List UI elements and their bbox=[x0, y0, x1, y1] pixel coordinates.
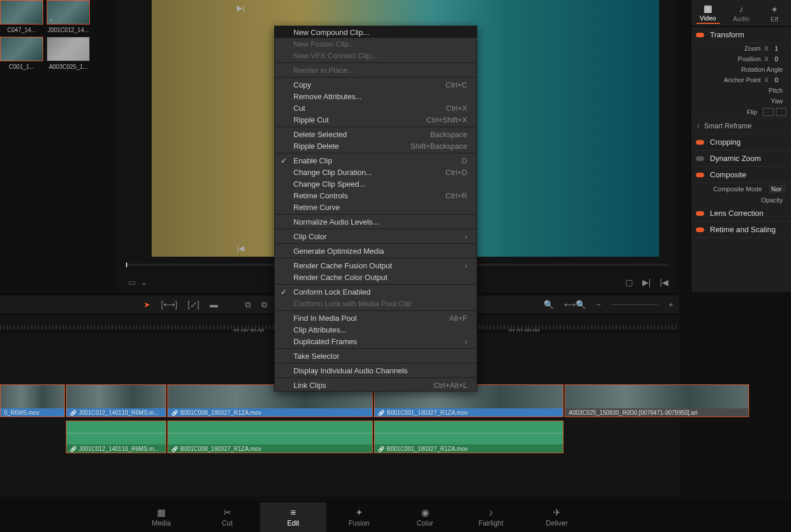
menu-item[interactable]: Change Clip Speed... bbox=[275, 178, 477, 190]
inspector-section[interactable]: Cropping bbox=[691, 134, 791, 150]
inspector-tab-eff[interactable]: ✦Eff bbox=[758, 0, 791, 26]
param-value[interactable]: 0 bbox=[775, 76, 786, 83]
inspector-row: ZoomX1 bbox=[691, 43, 791, 54]
prev-clip-icon[interactable]: |◀ bbox=[237, 244, 244, 253]
tab-icon: ♪ bbox=[739, 4, 744, 15]
menu-item[interactable]: Delete SelectedBackspace bbox=[275, 128, 477, 140]
toggle-icon[interactable] bbox=[696, 140, 704, 145]
trim-tool-icon[interactable]: [⟷] bbox=[161, 300, 177, 309]
video-clip[interactable]: J001C012_140110_R6MS.m... bbox=[66, 384, 166, 417]
blade-tool-icon[interactable]: ▬ bbox=[210, 300, 218, 309]
selection-tool-icon[interactable]: ➤ bbox=[144, 300, 150, 309]
clip-name: B001C008_180327_R1ZA.mov bbox=[180, 446, 261, 452]
inspector-section[interactable]: Dynamic Zoom bbox=[691, 150, 791, 167]
menu-item[interactable]: CopyCtrl+C bbox=[275, 79, 477, 90]
page-tab-media[interactable]: ▦Media bbox=[128, 502, 194, 532]
menu-item[interactable]: Clip Attributes... bbox=[275, 324, 477, 335]
media-thumb[interactable]: A003C025_1... bbox=[47, 37, 90, 70]
menu-item[interactable]: Change Clip Duration...Ctrl+D bbox=[275, 166, 477, 178]
menu-item[interactable]: CutCtrl+X bbox=[275, 102, 477, 114]
inspector: ▦Video♪Audio✦Eff TransformZoomX1Position… bbox=[691, 0, 791, 292]
menu-item[interactable]: ✓Conform Lock Enabled bbox=[275, 286, 477, 298]
menu-item[interactable]: Take Selector bbox=[275, 350, 477, 362]
media-thumb-label: C001_1... bbox=[0, 64, 43, 70]
zoom-in-icon[interactable]: + bbox=[668, 300, 673, 309]
audio-clip[interactable]: J001C012_140110_R6MS.m... bbox=[66, 421, 166, 453]
page-icon: ≡ bbox=[290, 508, 296, 518]
overwrite-icon[interactable]: ⧉ bbox=[261, 300, 267, 310]
menu-item[interactable]: ✓Enable ClipD bbox=[275, 155, 477, 166]
param-value[interactable]: Nor bbox=[769, 185, 786, 193]
zoom-out-icon[interactable]: − bbox=[596, 300, 601, 309]
playhead-icon[interactable] bbox=[126, 262, 127, 267]
menu-item[interactable]: Render Cache Fusion Output› bbox=[275, 260, 477, 271]
inspector-section[interactable]: Lens Correction bbox=[691, 205, 791, 222]
zoom-search-icon[interactable]: 🔍 bbox=[544, 300, 554, 309]
inspector-section[interactable]: Composite bbox=[691, 167, 791, 183]
flip-v-icon[interactable] bbox=[776, 108, 786, 116]
media-thumb[interactable]: ♪J001C012_14... bbox=[47, 0, 90, 33]
clip-name: J001C012_140110_R6MS.m... bbox=[79, 446, 159, 452]
menu-item-label: Clip Attributes... bbox=[293, 326, 346, 334]
menu-item[interactable]: Ripple DeleteShift+Backspace bbox=[275, 140, 477, 152]
flip-h-icon[interactable] bbox=[763, 108, 774, 116]
menu-item[interactable]: Link ClipsCtrl+Alt+L bbox=[275, 379, 477, 391]
menu-item[interactable]: Find In Media PoolAlt+F bbox=[275, 312, 477, 324]
param-label: Rotation Angle bbox=[741, 66, 783, 73]
video-clip[interactable]: A003C025_150830_R0D0.[0078471-0078950].a… bbox=[565, 384, 749, 417]
media-thumb-label: J001C012_14... bbox=[47, 27, 90, 33]
toggle-icon[interactable] bbox=[696, 173, 704, 177]
audio-clip[interactable]: B001C008_180327_R1ZA.mov bbox=[167, 421, 373, 453]
audio-clip[interactable]: B001C001_180327_R1ZA.mov bbox=[374, 421, 564, 453]
toggle-icon[interactable] bbox=[696, 228, 704, 232]
inspector-tab-video[interactable]: ▦Video bbox=[691, 0, 724, 26]
prev-edit-icon[interactable]: |◀ bbox=[660, 278, 668, 287]
menu-item-label: Display Individual Audio Channels bbox=[293, 366, 408, 375]
page-tab-fusion[interactable]: ✦Fusion bbox=[326, 502, 392, 532]
menu-item-shortcut: Alt+F bbox=[449, 314, 467, 323]
smart-reframe-row[interactable]: ›Smart Reframe bbox=[691, 118, 791, 134]
clip-name: 0_R6MS.mov bbox=[4, 410, 40, 416]
page-tab-color[interactable]: ◉Color bbox=[392, 502, 458, 532]
menu-item[interactable]: Duplicated Frames› bbox=[275, 335, 477, 347]
toggle-icon[interactable] bbox=[696, 33, 704, 37]
zoom-fit-icon[interactable]: ⟷🔍 bbox=[564, 300, 586, 309]
section-title: Smart Reframe bbox=[704, 122, 751, 130]
param-value[interactable]: 1 bbox=[775, 45, 786, 52]
toggle-icon[interactable] bbox=[696, 156, 704, 161]
next-clip-icon[interactable]: ▶| bbox=[237, 4, 244, 12]
menu-item[interactable]: Display Individual Audio Channels bbox=[275, 365, 477, 376]
inspector-tab-audio[interactable]: ♪Audio bbox=[724, 0, 758, 26]
tab-label: Audio bbox=[733, 15, 749, 22]
menu-item-label: Cut bbox=[293, 104, 305, 113]
toggle-icon[interactable] bbox=[696, 211, 704, 216]
menu-item[interactable]: Render Cache Color Output bbox=[275, 271, 477, 283]
page-tab-deliver[interactable]: ✈Deliver bbox=[524, 502, 590, 532]
media-thumb[interactable]: C047_14... bbox=[0, 0, 43, 33]
frame-mode[interactable]: ▭ ⌄ bbox=[128, 278, 148, 287]
page-tab-edit[interactable]: ≡Edit bbox=[260, 502, 326, 532]
menu-item[interactable]: Retime Curve bbox=[275, 201, 477, 213]
menu-item[interactable]: Generate Optimized Media bbox=[275, 245, 477, 257]
media-thumb[interactable]: C001_1... bbox=[0, 37, 43, 70]
menu-item[interactable]: Remove Attributes... bbox=[275, 90, 477, 102]
link-icon bbox=[172, 410, 178, 416]
match-frame-icon[interactable]: ▢ bbox=[625, 278, 633, 287]
page-tab-fairlight[interactable]: ♪Fairlight bbox=[458, 502, 524, 532]
clip-thumbnails bbox=[1, 385, 64, 408]
menu-item[interactable]: Retime ControlsCtrl+R bbox=[275, 190, 477, 201]
param-value[interactable]: 0 bbox=[775, 55, 786, 62]
menu-item-shortcut: Shift+Backspace bbox=[411, 142, 467, 150]
menu-item[interactable]: Normalize Audio Levels... bbox=[275, 216, 477, 228]
next-edit-icon[interactable]: ▶| bbox=[642, 278, 651, 287]
inspector-section[interactable]: Transform bbox=[691, 27, 791, 43]
menu-item[interactable]: Ripple CutCtrl+Shift+X bbox=[275, 114, 477, 125]
page-tab-cut[interactable]: ✂Cut bbox=[194, 502, 260, 532]
menu-item[interactable]: Clip Color› bbox=[275, 230, 477, 242]
inspector-section[interactable]: Retime and Scaling bbox=[691, 222, 791, 238]
zoom-slider[interactable] bbox=[611, 304, 658, 305]
insert-icon[interactable]: ⧉ bbox=[245, 300, 251, 310]
dynamic-trim-icon[interactable]: [⤢] bbox=[188, 300, 200, 309]
video-clip[interactable]: 0_R6MS.mov bbox=[0, 384, 65, 417]
menu-item[interactable]: New Compound Clip... bbox=[275, 26, 477, 38]
